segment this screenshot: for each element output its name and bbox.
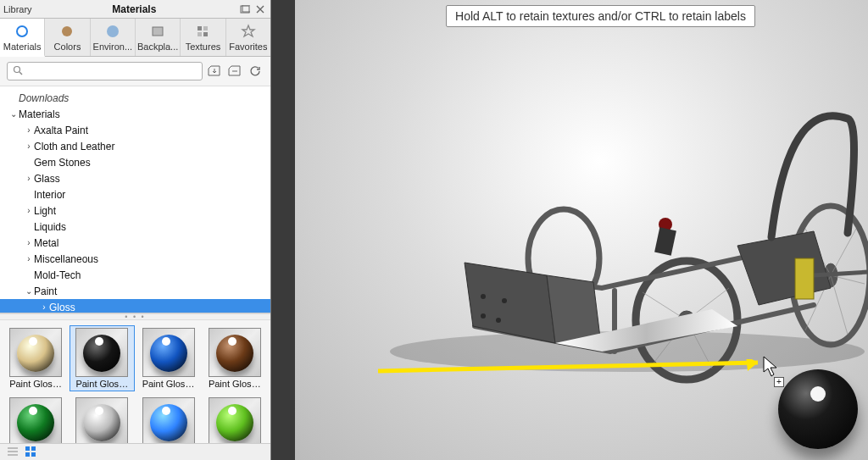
expand-arrow-icon[interactable]: ⌄ (8, 109, 19, 119)
expand-arrow-icon[interactable]: › (24, 222, 34, 231)
tab-environ[interactable]: Environ... (91, 19, 136, 56)
material-tree[interactable]: ›Downloads⌄Materials›Axalta Paint›Cloth … (0, 86, 270, 313)
search-icon (13, 65, 23, 78)
tab-label: Textures (186, 42, 221, 52)
tree-item[interactable]: ›Gloss (0, 299, 270, 313)
tree-item[interactable]: ›Metal (0, 235, 270, 251)
svg-point-2 (17, 26, 27, 36)
material-thumbnail[interactable]: Paint Gloss ... (203, 325, 267, 391)
material-thumbnail[interactable] (3, 395, 68, 443)
viewport[interactable]: Hold ALT to retain textures and/or CTRL … (271, 0, 868, 460)
search-input[interactable] (8, 64, 202, 79)
svg-line-32 (831, 229, 856, 275)
expand-arrow-icon[interactable]: › (8, 93, 19, 103)
tab-backpla[interactable]: Backpla... (136, 19, 181, 56)
svg-rect-8 (198, 32, 202, 36)
svg-point-10 (14, 66, 20, 72)
import-icon[interactable] (206, 63, 223, 80)
tree-label: Paint (34, 285, 57, 297)
grid-view-icon[interactable] (25, 446, 37, 458)
expand-arrow-icon[interactable]: › (24, 254, 34, 263)
tab-icon (14, 24, 30, 39)
tree-label: Metal (34, 237, 58, 249)
tab-label: Colors (54, 42, 81, 52)
tree-label: Gloss (49, 302, 75, 313)
svg-rect-9 (203, 32, 208, 36)
svg-rect-43 (654, 227, 676, 256)
tree-label: Miscellaneous (34, 253, 98, 265)
svg-rect-19 (31, 452, 36, 457)
tree-item[interactable]: ›Liquids (0, 219, 270, 235)
material-thumbnail[interactable]: Paint Gloss ... (3, 325, 68, 391)
thumbnail-area[interactable]: Paint Gloss ...Paint Gloss ...Paint Glos… (0, 320, 270, 443)
remove-folder-icon[interactable] (226, 63, 243, 80)
tab-favorites[interactable]: Favorites (226, 19, 270, 56)
tab-label: Backpla... (137, 42, 178, 52)
tree-item[interactable]: ›Miscellaneous (0, 251, 270, 267)
material-thumbnail[interactable]: Paint Gloss ... (136, 325, 201, 391)
tree-item[interactable]: ›Mold-Tech (0, 267, 270, 283)
kart-model[interactable] (373, 72, 868, 373)
material-thumbnail[interactable] (136, 395, 201, 443)
list-view-icon[interactable] (7, 446, 19, 458)
svg-line-25 (643, 292, 687, 320)
tree-item[interactable]: ›Glass (0, 170, 270, 186)
svg-rect-7 (203, 26, 208, 30)
panel-header: Library Materials (0, 0, 270, 19)
tree-item[interactable]: ⌄Paint (0, 283, 270, 299)
material-thumbnail[interactable] (203, 395, 267, 443)
tab-icon (59, 24, 75, 39)
tab-materials[interactable]: Materials (0, 19, 45, 57)
viewport-hint: Hold ALT to retain textures and/or CTRL … (446, 5, 755, 27)
tree-item[interactable]: ›Downloads (0, 90, 270, 106)
close-icon[interactable] (253, 3, 267, 15)
tab-colors[interactable]: Colors (45, 19, 90, 56)
tree-item[interactable]: ›Cloth and Leather (0, 138, 270, 154)
svg-line-11 (19, 72, 22, 75)
tab-label: Materials (3, 42, 42, 52)
expand-arrow-icon[interactable]: › (24, 270, 34, 280)
thumbnail-label: Paint Gloss ... (209, 379, 261, 389)
splitter-grip[interactable]: • • • (0, 313, 270, 320)
expand-arrow-icon[interactable]: › (24, 141, 34, 151)
tab-textures[interactable]: Textures (181, 19, 225, 56)
thumbnail-label: Paint Gloss ... (142, 379, 195, 389)
tree-item[interactable]: ›Interior (0, 186, 270, 202)
svg-rect-16 (25, 446, 30, 451)
expand-arrow-icon[interactable]: › (24, 174, 34, 183)
bottom-toolbar (0, 443, 270, 460)
tree-label: Liquids (34, 221, 66, 233)
tree-label: Mold-Tech (34, 269, 81, 281)
search-box[interactable] (7, 62, 203, 80)
tree-item[interactable]: ›Light (0, 202, 270, 219)
thumbnail-label: Paint Gloss ... (9, 379, 62, 389)
refresh-icon[interactable] (247, 63, 264, 80)
expand-arrow-icon[interactable]: › (24, 206, 34, 215)
material-thumbnail[interactable]: Paint Gloss ... (70, 325, 134, 391)
tree-label: Gem Stones (34, 157, 91, 169)
tab-label: Environ... (93, 42, 132, 52)
tree-item[interactable]: ›Axalta Paint (0, 122, 270, 138)
undock-icon[interactable] (238, 3, 252, 15)
drag-preview-sphere (778, 369, 858, 449)
material-swatch (209, 397, 261, 443)
expand-arrow-icon[interactable]: › (24, 158, 34, 167)
material-swatch (75, 328, 128, 377)
material-thumbnail[interactable] (70, 395, 134, 443)
expand-arrow-icon[interactable]: › (24, 190, 34, 199)
tree-item[interactable]: ›Gem Stones (0, 154, 270, 170)
expand-arrow-icon[interactable]: › (24, 238, 34, 247)
material-swatch (9, 397, 62, 443)
tree-item[interactable]: ⌄Materials (0, 106, 270, 122)
expand-arrow-icon[interactable]: ⌄ (24, 286, 34, 296)
expand-arrow-icon[interactable]: › (39, 302, 49, 312)
tree-label: Cloth and Leather (34, 141, 114, 152)
svg-point-38 (481, 313, 486, 319)
svg-point-41 (502, 298, 507, 303)
panel-title: Materials (32, 3, 236, 15)
svg-point-40 (481, 294, 486, 299)
svg-point-39 (496, 318, 501, 323)
tab-icon (150, 24, 165, 39)
library-label: Library (3, 4, 32, 14)
expand-arrow-icon[interactable]: › (24, 125, 34, 135)
